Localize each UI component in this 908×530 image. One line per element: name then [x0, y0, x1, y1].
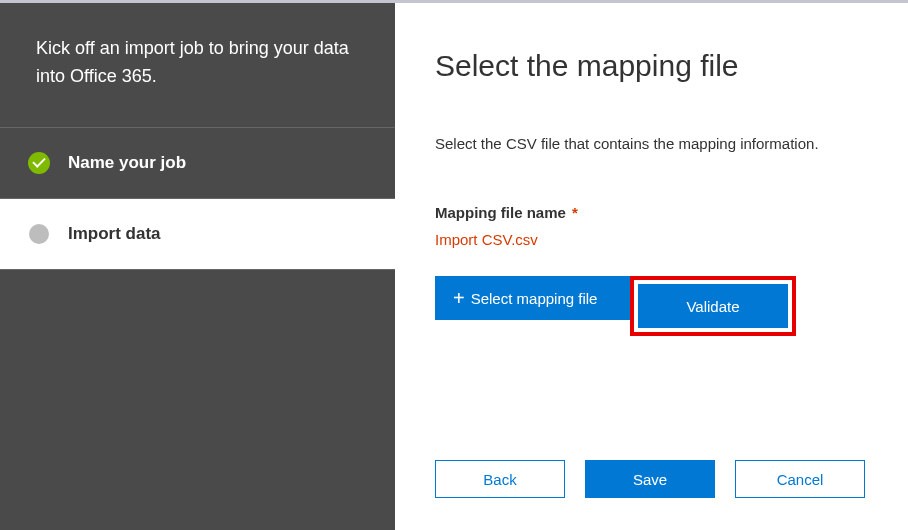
sidebar-fill: [0, 269, 395, 530]
step-label: Name your job: [68, 153, 186, 173]
sidebar-intro: Kick off an import job to bring your dat…: [0, 3, 395, 128]
step-label: Import data: [68, 224, 161, 244]
mapping-file-label: Mapping file name *: [435, 204, 868, 221]
file-buttons-row: + Select mapping file Validate: [435, 276, 868, 336]
required-asterisk: *: [572, 204, 578, 221]
step-import-data[interactable]: Import data: [0, 199, 395, 269]
main-panel: Select the mapping file Select the CSV f…: [395, 3, 908, 530]
mapping-file-name: Import CSV.csv: [435, 231, 868, 248]
page-subtitle: Select the CSV file that contains the ma…: [435, 135, 868, 152]
select-mapping-file-button[interactable]: + Select mapping file: [435, 276, 630, 320]
validate-highlight: Validate: [630, 276, 796, 336]
wizard-sidebar: Kick off an import job to bring your dat…: [0, 3, 395, 530]
cancel-button[interactable]: Cancel: [735, 460, 865, 498]
save-button[interactable]: Save: [585, 460, 715, 498]
validate-button[interactable]: Validate: [638, 284, 788, 328]
footer-buttons: Back Save Cancel: [435, 460, 865, 498]
page-title: Select the mapping file: [435, 49, 868, 83]
validate-label: Validate: [686, 298, 739, 315]
plus-icon: +: [453, 287, 465, 310]
field-label-text: Mapping file name: [435, 204, 566, 221]
back-button[interactable]: Back: [435, 460, 565, 498]
step-name-your-job[interactable]: Name your job: [0, 128, 395, 199]
select-file-label: Select mapping file: [471, 290, 598, 307]
current-step-icon: [28, 223, 50, 245]
check-icon: [28, 152, 50, 174]
